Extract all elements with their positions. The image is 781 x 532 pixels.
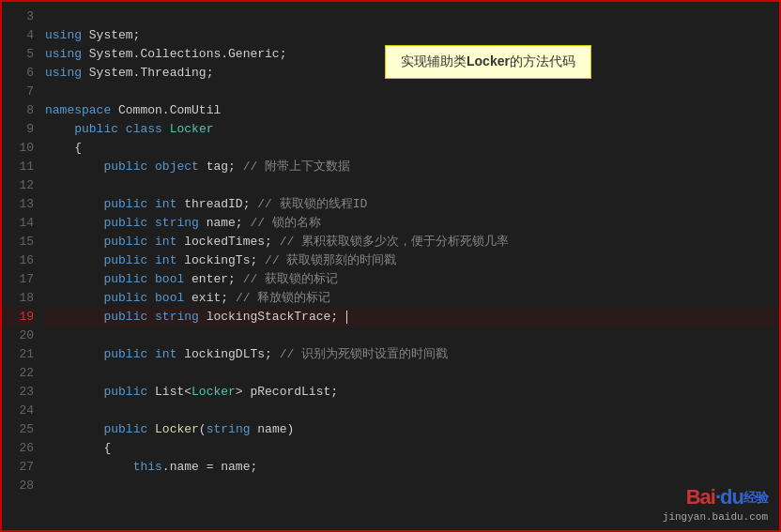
keyword-object: object xyxy=(155,158,199,176)
code-line-17: public bool enter; // 获取锁的标记 xyxy=(45,270,779,289)
code-content[interactable]: using System; using System.Collections.G… xyxy=(41,2,779,530)
code-line-10: { xyxy=(45,139,779,158)
line-num-12: 12 xyxy=(2,176,34,195)
keyword-class: class xyxy=(126,120,162,139)
line-numbers: 3 4 5 6 7 8 9 10 11 12 13 14 15 16 17 18… xyxy=(2,2,41,530)
code-text: enter; xyxy=(184,270,242,289)
keyword-public-bool1: public xyxy=(103,270,147,289)
code-text xyxy=(147,214,155,233)
line-num-28: 28 xyxy=(2,477,34,495)
keyword-public-ctor: public xyxy=(103,420,147,439)
code-text xyxy=(162,120,170,139)
code-text: name; xyxy=(199,214,251,233)
code-indent xyxy=(45,308,103,327)
classname-locker: Locker xyxy=(170,120,214,139)
code-text: threadID; xyxy=(176,195,257,214)
line-num-10: 10 xyxy=(2,139,34,158)
text-cursor xyxy=(346,311,347,324)
tooltip-bold: Locker xyxy=(467,53,510,68)
code-line-16: public int lockingTs; // 获取锁那刻的时间戳 xyxy=(45,251,779,270)
comment-1: // 附带上下文数据 xyxy=(243,158,350,176)
code-line-15: public int lockedTimes; // 累积获取锁多少次，便于分析… xyxy=(45,233,779,251)
keyword-public-int3: public xyxy=(103,251,147,270)
code-line-25: public Locker ( string name) xyxy=(45,420,779,439)
comment-8: // 识别为死锁时设置的时间戳 xyxy=(280,345,448,364)
keyword-int3: int xyxy=(155,251,176,270)
comment-4: // 累积获取锁多少次，便于分析死锁几率 xyxy=(280,233,509,251)
code-indent xyxy=(45,251,103,270)
comment-5: // 获取锁那刻的时间戳 xyxy=(265,251,396,270)
line-num-22: 22 xyxy=(2,364,34,383)
code-text xyxy=(147,270,155,289)
keyword-string-param: string xyxy=(207,420,251,439)
keyword-int4: int xyxy=(155,345,176,364)
code-text xyxy=(147,158,155,176)
keyword-public-str1: public xyxy=(103,214,147,233)
code-line-12 xyxy=(45,176,779,195)
code-text xyxy=(147,308,155,327)
line-num-21: 21 xyxy=(2,345,34,364)
code-text xyxy=(118,120,126,139)
code-text: name) xyxy=(250,420,294,439)
baidu-url: jingyan.baidu.com xyxy=(663,511,768,523)
code-text xyxy=(147,345,155,364)
keyword-int2: int xyxy=(155,233,176,251)
line-num-7: 7 xyxy=(2,83,34,101)
code-line-18: public bool exit; // 释放锁的标记 xyxy=(45,289,779,308)
code-indent xyxy=(45,270,103,289)
code-line-4: using System; xyxy=(45,26,779,45)
code-text: exit; xyxy=(184,289,236,308)
code-text: System; xyxy=(82,26,140,45)
line-num-3: 3 xyxy=(2,8,34,26)
code-line-26: { xyxy=(45,439,779,458)
baidu-experience: 经验 xyxy=(743,490,768,505)
baidu-logo-du: du xyxy=(720,485,743,509)
code-line-23: public List< Locker > pRecordList; xyxy=(45,383,779,402)
baidu-logo: Bai·du经验 xyxy=(686,485,768,509)
keyword-using3: using xyxy=(45,64,82,83)
comment-6: // 获取锁的标记 xyxy=(243,270,338,289)
line-num-16: 16 xyxy=(2,251,34,270)
code-line-7 xyxy=(45,83,779,101)
line-num-23: 23 xyxy=(2,383,34,402)
method-locker: Locker xyxy=(155,420,199,439)
line-num-15: 15 xyxy=(2,233,34,251)
keyword-public-int1: public xyxy=(103,195,147,214)
line-num-14: 14 xyxy=(2,214,34,233)
line-num-27: 27 xyxy=(2,458,34,477)
keyword-string2: string xyxy=(155,308,199,327)
tooltip-text-before: 实现辅助类 xyxy=(401,53,467,68)
code-text: List< xyxy=(147,383,191,402)
code-indent xyxy=(45,345,103,364)
code-text xyxy=(147,251,155,270)
line-num-18: 18 xyxy=(2,289,34,308)
code-line-21: public int lockingDLTs; // 识别为死锁时设置的时间戳 xyxy=(45,345,779,364)
code-text xyxy=(147,289,155,308)
line-num-8: 8 xyxy=(2,101,34,120)
code-line-27: this .name = name; xyxy=(45,458,779,477)
line-num-5: 5 xyxy=(2,45,34,64)
code-text: lockingDLTs; xyxy=(176,345,279,364)
code-line-24 xyxy=(45,402,779,420)
baidu-logo-bai: Bai xyxy=(686,485,715,509)
keyword-public-bool2: public xyxy=(103,289,147,308)
keyword-int1: int xyxy=(155,195,176,214)
code-text: System.Collections.Generic; xyxy=(82,45,286,64)
keyword-using: using xyxy=(45,26,82,45)
code-indent xyxy=(45,120,74,139)
type-locker: Locker xyxy=(191,383,236,402)
line-num-20: 20 xyxy=(2,327,34,345)
code-line-14: public string name; // 锁的名称 xyxy=(45,214,779,233)
line-num-4: 4 xyxy=(2,26,34,45)
code-text: lockingStackTrace; xyxy=(199,308,345,327)
code-indent xyxy=(45,383,103,402)
keyword-public-list: public xyxy=(103,383,147,402)
line-num-19: 19 xyxy=(2,308,34,327)
code-text: lockedTimes; xyxy=(176,233,279,251)
code-text xyxy=(147,233,155,251)
keyword-public-obj: public xyxy=(103,158,147,176)
code-indent xyxy=(45,195,103,214)
code-text xyxy=(147,195,155,214)
code-area: 3 4 5 6 7 8 9 10 11 12 13 14 15 16 17 18… xyxy=(2,2,779,530)
line-num-11: 11 xyxy=(2,158,34,176)
